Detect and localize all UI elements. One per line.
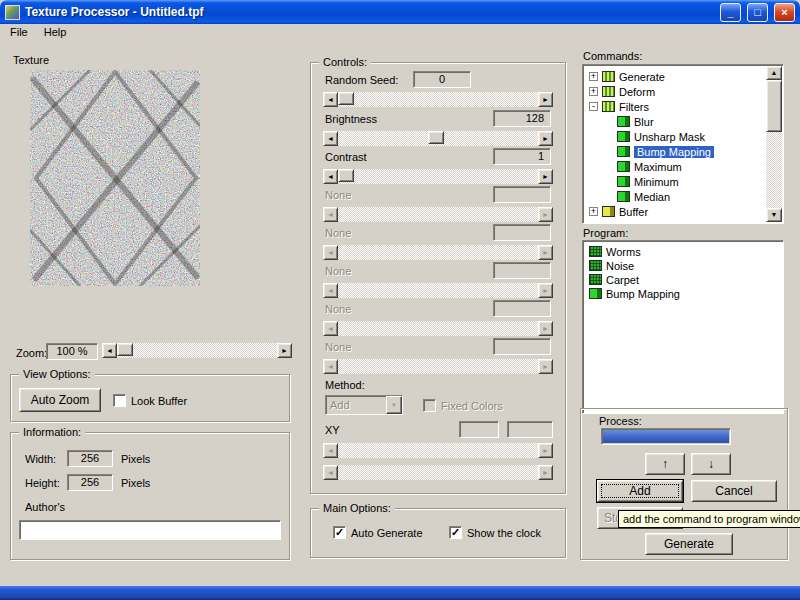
tree-item-filters[interactable]: - Filters — [589, 99, 649, 114]
slider-scrollbar: ◄ ► — [323, 207, 553, 222]
scroll-left-icon[interactable]: ◄ — [323, 131, 338, 146]
tree-item-label[interactable]: Maximum — [634, 161, 682, 173]
scroll-left-icon[interactable]: ◄ — [102, 343, 117, 358]
scroll-right-icon[interactable]: ► — [538, 92, 553, 107]
program-item-bump-mapping[interactable]: Bump Mapping — [589, 286, 680, 301]
author-input[interactable] — [19, 520, 281, 540]
zoom-scrollbar[interactable]: ◄ ► — [102, 343, 292, 358]
program-list: Worms Noise Carpet Bump Mapping — [582, 240, 784, 414]
tree-item-generate[interactable]: + Generate — [589, 69, 665, 84]
tree-item-median[interactable]: Median — [617, 189, 670, 204]
slider-scrollbar: ◄ ► — [323, 283, 553, 298]
scrollbar-thumb[interactable] — [428, 131, 444, 144]
close-button[interactable]: × — [774, 3, 795, 22]
tree-item-minimum[interactable]: Minimum — [617, 174, 679, 189]
program-item-label[interactable]: Carpet — [606, 274, 639, 286]
menu-file[interactable]: File — [2, 25, 36, 40]
tree-item-label[interactable]: Median — [634, 191, 670, 203]
scroll-down-icon[interactable]: ▼ — [766, 208, 782, 222]
taskbar[interactable] — [0, 586, 800, 600]
tree-item-label[interactable]: Deform — [619, 86, 655, 98]
tree-item-buffer[interactable]: + Buffer — [589, 204, 648, 219]
tree-item-label[interactable]: Minimum — [634, 176, 679, 188]
expand-icon[interactable]: + — [589, 207, 598, 216]
scroll-right-icon[interactable]: ► — [538, 169, 553, 184]
auto-generate-label: Auto Generate — [351, 527, 423, 540]
command-icon — [617, 161, 630, 172]
scrollbar-track[interactable] — [338, 169, 538, 184]
zoom-label: Zoom: — [16, 347, 47, 360]
maximize-button[interactable]: □ — [747, 3, 768, 22]
app-icon — [5, 5, 20, 20]
scroll-right-icon[interactable]: ► — [277, 343, 292, 358]
program-item-label[interactable]: Noise — [606, 260, 634, 272]
slider-value — [493, 338, 551, 355]
method-combobox[interactable]: Add ▼ — [325, 395, 403, 415]
scroll-right-icon[interactable]: ► — [538, 131, 553, 146]
scroll-left-icon: ◄ — [323, 359, 338, 374]
program-item-worms[interactable]: Worms — [589, 244, 641, 259]
scroll-left-icon: ◄ — [323, 207, 338, 222]
scroll-left-icon[interactable]: ◄ — [323, 169, 338, 184]
tree-scrollbar-track[interactable] — [766, 80, 782, 208]
width-units: Pixels — [121, 453, 150, 466]
commands-title: Commands: — [583, 50, 642, 63]
tree-item-label[interactable]: Blur — [634, 116, 654, 128]
scrollbar-track[interactable] — [338, 92, 538, 107]
scrollbar-track[interactable] — [338, 131, 538, 146]
zoom-scrollbar-thumb[interactable] — [117, 343, 133, 356]
slider-scrollbar[interactable]: ◄ ► — [323, 92, 553, 107]
program-item-label[interactable]: Bump Mapping — [606, 288, 680, 300]
zoom-scrollbar-track[interactable] — [117, 343, 277, 358]
expand-icon[interactable]: + — [589, 87, 598, 96]
slider-scrollbar[interactable]: ◄ ► — [323, 131, 553, 146]
scroll-left-icon[interactable]: ◄ — [323, 92, 338, 107]
tree-item-deform[interactable]: + Deform — [589, 84, 655, 99]
cancel-button[interactable]: Cancel — [691, 480, 777, 502]
scrollbar-thumb[interactable] — [338, 169, 354, 182]
tree-item-label[interactable]: Buffer — [619, 206, 648, 218]
tree-scrollbar[interactable]: ▲ ▼ — [766, 66, 782, 222]
tree-item-label[interactable]: Filters — [619, 101, 649, 113]
fixed-colors-checkbox — [423, 399, 436, 412]
chevron-down-icon[interactable]: ▼ — [386, 396, 402, 414]
program-item-carpet[interactable]: Carpet — [589, 272, 639, 287]
tree-item-blur[interactable]: Blur — [617, 114, 654, 129]
controls-title: Controls: — [319, 56, 371, 69]
program-item-label[interactable]: Worms — [606, 246, 641, 258]
move-down-button[interactable]: ↓ — [691, 453, 731, 475]
slider-value — [493, 300, 551, 317]
progress-bar — [601, 428, 731, 445]
scroll-up-icon[interactable]: ▲ — [766, 66, 782, 80]
scroll-right-icon: ► — [538, 207, 553, 222]
title-bar[interactable]: Texture Processor - Untitled.tpf _ □ × — [0, 0, 800, 24]
author-label: Author's — [25, 501, 65, 514]
tree-item-maximum[interactable]: Maximum — [617, 159, 682, 174]
slider-label: None — [325, 341, 351, 354]
expand-icon[interactable]: + — [589, 72, 598, 81]
menu-help[interactable]: Help — [36, 25, 75, 40]
minimize-button[interactable]: _ — [720, 3, 741, 22]
auto-generate-checkbox[interactable]: ✓ — [333, 526, 346, 539]
height-value: 256 — [67, 474, 113, 491]
tree-item-bump-mapping[interactable]: Bump Mapping — [617, 144, 714, 159]
show-clock-checkbox[interactable]: ✓ — [449, 526, 462, 539]
tree-item-label-selected[interactable]: Bump Mapping — [634, 146, 714, 158]
tree-item-label[interactable]: Unsharp Mask — [634, 131, 705, 143]
look-buffer-checkbox[interactable] — [113, 394, 126, 407]
command-icon — [602, 71, 615, 82]
move-up-button[interactable]: ↑ — [645, 453, 685, 475]
scroll-right-icon: ► — [538, 443, 553, 458]
auto-zoom-button[interactable]: Auto Zoom — [19, 388, 101, 412]
fixed-colors-label: Fixed Colors — [441, 400, 503, 413]
collapse-icon[interactable]: - — [589, 102, 598, 111]
add-button[interactable]: Add — [597, 480, 683, 502]
tree-item-unsharp-mask[interactable]: Unsharp Mask — [617, 129, 705, 144]
tree-item-label[interactable]: Generate — [619, 71, 665, 83]
program-item-noise[interactable]: Noise — [589, 258, 634, 273]
slider-scrollbar[interactable]: ◄ ► — [323, 169, 553, 184]
generate-button[interactable]: Generate — [645, 533, 733, 555]
scrollbar-thumb[interactable] — [338, 92, 354, 105]
scroll-left-icon: ◄ — [323, 465, 338, 480]
tree-scrollbar-thumb[interactable] — [766, 80, 782, 132]
